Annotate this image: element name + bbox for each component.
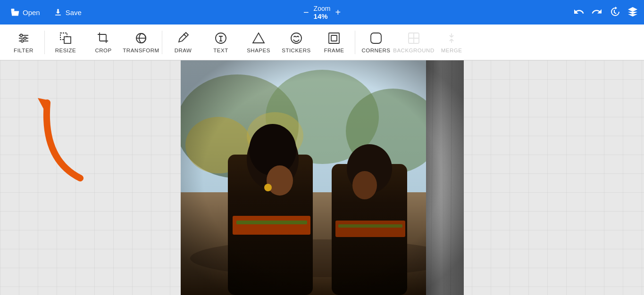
tool-resize[interactable]: RESIZE — [47, 25, 84, 59]
topbar: Open Save − Zoom 14% + — [0, 0, 644, 25]
topbar-right — [573, 6, 638, 19]
save-button[interactable]: Save — [49, 5, 86, 20]
open-icon — [10, 8, 20, 17]
save-label: Save — [66, 8, 82, 16]
zoom-out-button[interactable]: − — [303, 8, 309, 17]
photo-svg — [181, 60, 464, 295]
crop-icon — [97, 32, 110, 45]
zoom-label: Zoom 14% — [314, 5, 331, 20]
history-icon — [609, 6, 620, 17]
tool-text[interactable]: TEXT — [202, 25, 240, 59]
layers-button[interactable] — [627, 6, 638, 19]
background-icon — [407, 32, 420, 45]
zoom-in-button[interactable]: + — [335, 8, 341, 17]
tool-shapes[interactable]: SHAPES — [240, 25, 277, 59]
tool-background[interactable]: BACKGROUND — [395, 25, 433, 59]
corners-label: CORNERS — [361, 48, 390, 53]
svg-marker-11 — [253, 33, 264, 43]
svg-point-5 — [24, 37, 26, 39]
tool-merge[interactable]: MERGE — [433, 25, 470, 59]
draw-icon — [176, 32, 190, 45]
tool-transform[interactable]: TRANSFORM — [122, 25, 160, 59]
shapes-label: SHAPES — [247, 48, 270, 53]
svg-point-4 — [20, 34, 23, 36]
filter-label: FILTER — [14, 48, 33, 53]
corners-icon — [369, 32, 383, 45]
svg-rect-8 — [64, 37, 71, 43]
undo-button[interactable] — [573, 6, 585, 19]
open-button[interactable]: Open — [6, 5, 45, 20]
svg-rect-0 — [11, 9, 15, 11]
sep1 — [44, 31, 45, 54]
history-button[interactable] — [609, 6, 620, 19]
tool-corners[interactable]: CORNERS — [357, 25, 395, 59]
text-icon — [214, 32, 227, 45]
zoom-area: − Zoom 14% + — [303, 5, 341, 20]
open-label: Open — [23, 8, 40, 16]
tool-stickers[interactable]: STICKERS — [277, 25, 315, 59]
shapes-icon — [252, 32, 265, 45]
resize-icon — [59, 32, 72, 45]
undo-icon — [573, 6, 585, 17]
arrow-svg — [19, 84, 94, 188]
redo-button[interactable] — [591, 6, 602, 19]
sep3 — [355, 31, 355, 54]
resize-label: RESIZE — [55, 48, 76, 53]
svg-rect-13 — [329, 33, 339, 43]
svg-rect-14 — [331, 35, 337, 41]
sep2 — [162, 31, 162, 54]
toolbar: FILTER RESIZE CROP TRANSFORM — [0, 25, 644, 60]
merge-label: MERGE — [441, 48, 462, 53]
transform-label: TRANSFORM — [123, 48, 159, 53]
frame-label: FRAME — [324, 48, 344, 53]
draw-label: DRAW — [175, 48, 192, 53]
redo-icon — [591, 6, 602, 17]
tool-crop[interactable]: CROP — [84, 25, 122, 59]
photo-background — [181, 60, 464, 295]
background-label: BACKGROUND — [393, 48, 434, 53]
photo-container — [181, 60, 464, 295]
tool-draw[interactable]: DRAW — [164, 25, 202, 59]
arrow-annotation — [19, 84, 94, 189]
layers-icon — [627, 6, 638, 17]
text-label: TEXT — [213, 48, 228, 53]
stickers-label: STICKERS — [282, 48, 311, 53]
stickers-icon — [290, 32, 303, 45]
tool-filter[interactable]: FILTER — [5, 25, 42, 59]
svg-rect-15 — [371, 33, 381, 43]
crop-label: CROP — [95, 48, 111, 53]
save-icon — [53, 8, 63, 17]
canvas-area — [0, 60, 644, 295]
merge-icon — [445, 32, 458, 45]
tool-frame[interactable]: FRAME — [315, 25, 353, 59]
transform-icon — [134, 32, 148, 45]
svg-rect-41 — [181, 60, 464, 295]
svg-point-6 — [21, 40, 24, 42]
frame-icon — [327, 32, 341, 45]
filter-icon — [17, 32, 30, 45]
